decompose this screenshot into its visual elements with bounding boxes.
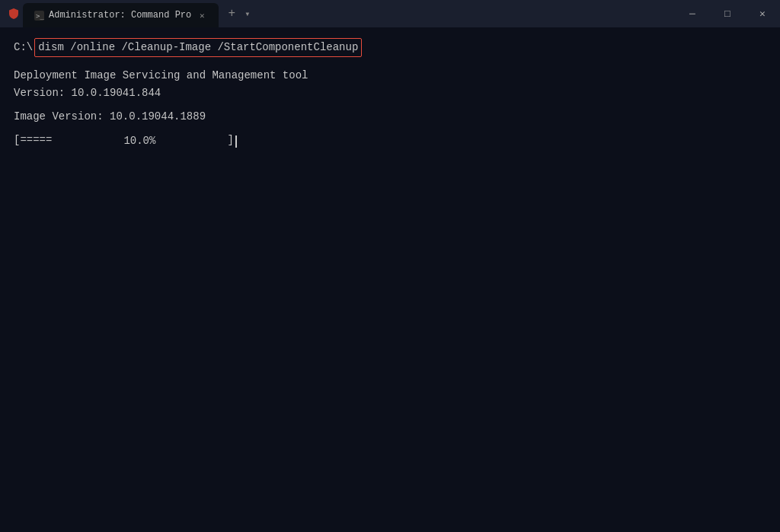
active-tab[interactable]: >_ Administrator: Command Pro ✕ <box>23 3 219 27</box>
titlebar-left <box>0 8 20 20</box>
tab-area: >_ Administrator: Command Pro ✕ + ▾ <box>20 0 675 27</box>
cmd-highlighted: dism /online /Cleanup-Image /StartCompon… <box>34 38 362 57</box>
shield-icon <box>8 8 20 20</box>
minimize-button[interactable]: ─ <box>675 0 710 27</box>
output-line-3: Image Version: 10.0.19044.1889 <box>14 109 766 125</box>
new-tab-button[interactable]: + <box>222 4 241 24</box>
progress-line: [===== 10.0% ] <box>14 132 766 150</box>
output-line-2: Version: 10.0.19041.844 <box>14 85 766 101</box>
maximize-button[interactable]: □ <box>710 0 745 27</box>
progress-start: [===== <box>14 132 52 148</box>
svg-text:>_: >_ <box>36 12 44 20</box>
titlebar: >_ Administrator: Command Pro ✕ + ▾ ─ □ … <box>0 0 780 27</box>
terminal-content: C:\ dism /online /Cleanup-Image /StartCo… <box>0 27 780 532</box>
command-line: C:\ dism /online /Cleanup-Image /StartCo… <box>14 38 766 57</box>
cursor <box>235 135 237 148</box>
tab-dropdown-button[interactable]: ▾ <box>241 5 253 23</box>
window-controls: ─ □ ✕ <box>675 0 780 27</box>
terminal-icon: >_ <box>34 10 44 21</box>
output-line-1: Deployment Image Servicing and Managemen… <box>14 68 766 84</box>
output-block: Deployment Image Servicing and Managemen… <box>14 68 766 101</box>
image-version-block: Image Version: 10.0.19044.1889 <box>14 109 766 125</box>
progress-end: ] <box>227 132 233 148</box>
tab-label: Administrator: Command Pro <box>49 10 191 21</box>
close-button[interactable]: ✕ <box>745 0 780 27</box>
tab-close-button[interactable]: ✕ <box>196 9 208 21</box>
progress-percent: 10.0% <box>52 133 227 149</box>
cmd-prompt: C:\ <box>14 40 33 56</box>
